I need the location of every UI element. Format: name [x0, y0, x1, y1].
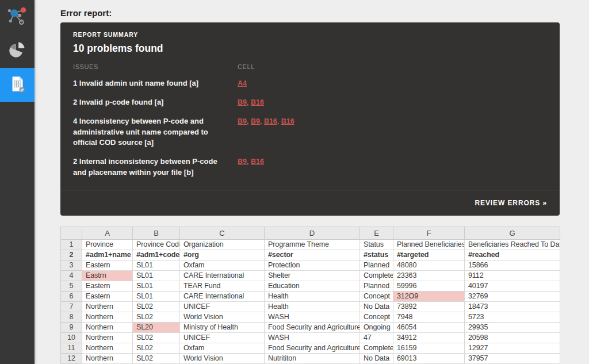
table-row-10: 10NorthernSL02UNICEFWASH473491220598 — [61, 332, 560, 343]
cell-g12: 37957 — [465, 353, 560, 363]
cell-c2: #org — [180, 250, 265, 260]
cell-a1: Province — [82, 239, 133, 250]
cell-c3: Oxfam — [180, 260, 265, 270]
cell-d1: Programme Theme — [265, 239, 360, 250]
cell-e12: No Data — [360, 353, 393, 363]
spreadsheet-table: ABCDEFG1ProvinceProvince CodeOrganizatio… — [60, 227, 560, 364]
cell-link-b9[interactable]: B9 — [238, 98, 247, 106]
row-number-2: 2 — [61, 250, 82, 260]
cell-a4: Eastrn — [82, 270, 133, 281]
sidebar-item-validation[interactable] — [0, 68, 35, 102]
cell-f10: 34912 — [393, 332, 465, 343]
cell-b11: SL02 — [133, 343, 180, 353]
cell-c5: TEAR Fund — [180, 281, 265, 291]
table-row-5: 5EasternSL01TEAR FundEducationPlanned599… — [61, 281, 560, 291]
cell-a10: Northern — [82, 332, 133, 343]
issue-row: 2 Invalid p-code found [a]B9, B16 — [73, 97, 547, 108]
cell-link-b9[interactable]: B9 — [251, 117, 260, 125]
issue-text: 1 Invalid admin unit name found [a] — [73, 78, 238, 89]
cell-d9: Food Security and Agriculture — [265, 322, 360, 332]
cell-c6: CARE International — [180, 291, 265, 301]
cell-g1: Beneficiaries Reached To Date — [465, 239, 560, 250]
cell-b9: SL20 — [133, 322, 180, 332]
cell-f8: 7948 — [393, 312, 465, 322]
cell-f2: #targeted — [393, 250, 465, 260]
report-summary-panel: REPORT SUMMARY 10 problems found ISSUES … — [60, 22, 560, 216]
cell-e2: #status — [360, 250, 393, 260]
cell-e5: Planned — [360, 281, 393, 291]
cell-a11: Northern — [82, 343, 133, 353]
cell-link-b9[interactable]: B9 — [238, 117, 247, 125]
cell-link-b16[interactable]: B16 — [264, 117, 277, 125]
cell-b4: SL01 — [133, 270, 180, 281]
cell-d4: Shelter — [265, 270, 360, 281]
cell-b6: SL01 — [133, 291, 180, 301]
cell-g3: 15866 — [465, 260, 560, 270]
cell-g4: 9112 — [465, 270, 560, 281]
cell-link-b9[interactable]: B9 — [238, 158, 247, 166]
cell-a12: Northern — [82, 353, 133, 363]
cell-link-a4[interactable]: A4 — [238, 79, 247, 87]
review-errors-button[interactable]: REVIEW ERRORS » — [475, 199, 547, 207]
cell-d3: Protection — [265, 260, 360, 270]
cell-link-b16[interactable]: B16 — [251, 98, 264, 106]
cell-a9: Northern — [82, 322, 133, 332]
column-header-c: C — [180, 227, 265, 239]
report-summary-label: REPORT SUMMARY — [73, 31, 547, 38]
cell-a7: Northern — [82, 301, 133, 312]
cell-c11: Oxfam — [180, 343, 265, 353]
cell-b12: SL02 — [133, 353, 180, 363]
column-header-g: G — [465, 227, 560, 239]
issue-text: 2 Invalid p-code found [a] — [73, 97, 238, 108]
row-number-1: 1 — [61, 239, 82, 250]
column-header-a: A — [82, 227, 133, 239]
cell-c8: World Vision — [180, 312, 265, 322]
cell-link-b16[interactable]: B16 — [281, 117, 294, 125]
spreadsheet-preview: ABCDEFG1ProvinceProvince CodeOrganizatio… — [60, 227, 560, 364]
cell-e8: Concept — [360, 312, 393, 322]
cell-e10: 47 — [360, 332, 393, 343]
column-header-e: E — [360, 227, 393, 239]
pie-chart-icon — [6, 39, 28, 63]
sidebar-item-network[interactable] — [0, 0, 35, 34]
cell-f6: 312O9 — [393, 291, 465, 301]
cell-e3: Planned — [360, 260, 393, 270]
issue-cell-links: B9, B16 — [238, 156, 547, 178]
issue-row: 4 Inconsistency between P-code and admin… — [73, 116, 547, 149]
cell-g6: 32769 — [465, 291, 560, 301]
cell-g5: 40197 — [465, 281, 560, 291]
cell-c12: World Vision — [180, 353, 265, 363]
column-header-b: B — [133, 227, 180, 239]
issue-row: 1 Invalid admin unit name found [a]A4 — [73, 78, 547, 89]
cell-b8: SL02 — [133, 312, 180, 322]
cell-d8: WASH — [265, 312, 360, 322]
table-row-6: 6EasternSL01CARE InternationalHealthConc… — [61, 291, 560, 301]
issue-text: 2 Internal inconsistency between P-code … — [73, 156, 238, 178]
row-number-11: 11 — [61, 343, 82, 353]
cell-f7: 73892 — [393, 301, 465, 312]
cell-e6: Concept — [360, 291, 393, 301]
cell-c4: CARE International — [180, 270, 265, 281]
cell-d6: Health — [265, 291, 360, 301]
cell-e11: Complete — [360, 343, 393, 353]
cell-g2: #reached — [465, 250, 560, 260]
cell-a3: Eastern — [82, 260, 133, 270]
table-row-12: 12NorthernSL02World VisionNutrititonNo D… — [61, 353, 560, 363]
cell-header: CELL — [238, 63, 547, 70]
cell-b7: SL02 — [133, 301, 180, 312]
comma-separator: , — [247, 158, 251, 166]
cell-link-b16[interactable]: B16 — [251, 158, 264, 166]
panel-footer: REVIEW ERRORS » — [60, 190, 560, 216]
row-number-9: 9 — [61, 322, 82, 332]
cell-g7: 18473 — [465, 301, 560, 312]
table-row-9: 9NorthernSL20Ministry of HealthFood Secu… — [61, 322, 560, 332]
page-title: Error report: — [60, 8, 589, 18]
cell-b10: SL02 — [133, 332, 180, 343]
issue-cell-links: B9, B9, B16, B16 — [238, 116, 547, 149]
sidebar-item-charts[interactable] — [0, 34, 35, 68]
issue-cell-links: B9, B16 — [238, 97, 547, 108]
cell-f5: 59996 — [393, 281, 465, 291]
column-header-f: F — [393, 227, 465, 239]
cell-e9: Ongoing — [360, 322, 393, 332]
issues-list: 1 Invalid admin unit name found [a]A42 I… — [73, 78, 547, 178]
